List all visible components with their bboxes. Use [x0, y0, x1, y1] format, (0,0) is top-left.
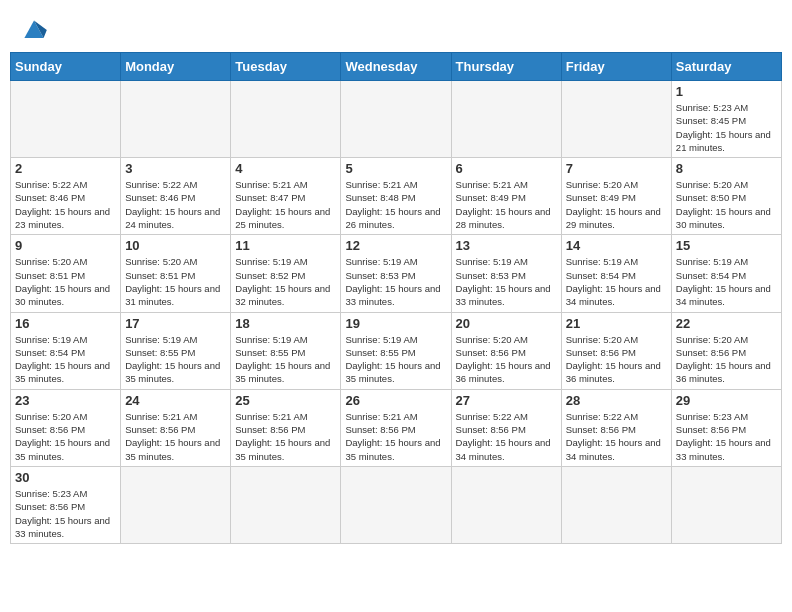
calendar-day-cell: 2Sunrise: 5:22 AM Sunset: 8:46 PM Daylig… [11, 158, 121, 235]
day-info: Sunrise: 5:19 AM Sunset: 8:55 PM Dayligh… [345, 333, 446, 386]
day-info: Sunrise: 5:21 AM Sunset: 8:49 PM Dayligh… [456, 178, 557, 231]
day-info: Sunrise: 5:21 AM Sunset: 8:56 PM Dayligh… [345, 410, 446, 463]
day-info: Sunrise: 5:22 AM Sunset: 8:56 PM Dayligh… [566, 410, 667, 463]
calendar-week-row: 2Sunrise: 5:22 AM Sunset: 8:46 PM Daylig… [11, 158, 782, 235]
logo [16, 14, 50, 42]
calendar-week-row: 9Sunrise: 5:20 AM Sunset: 8:51 PM Daylig… [11, 235, 782, 312]
day-of-week-header: Friday [561, 53, 671, 81]
calendar-day-cell: 28Sunrise: 5:22 AM Sunset: 8:56 PM Dayli… [561, 389, 671, 466]
day-number: 15 [676, 238, 777, 253]
page-header [10, 10, 782, 46]
calendar-day-cell: 22Sunrise: 5:20 AM Sunset: 8:56 PM Dayli… [671, 312, 781, 389]
calendar-week-row: 1Sunrise: 5:23 AM Sunset: 8:45 PM Daylig… [11, 81, 782, 158]
day-number: 3 [125, 161, 226, 176]
day-info: Sunrise: 5:23 AM Sunset: 8:56 PM Dayligh… [676, 410, 777, 463]
calendar-day-cell: 20Sunrise: 5:20 AM Sunset: 8:56 PM Dayli… [451, 312, 561, 389]
day-info: Sunrise: 5:19 AM Sunset: 8:54 PM Dayligh… [676, 255, 777, 308]
calendar-day-cell [121, 81, 231, 158]
day-number: 24 [125, 393, 226, 408]
day-info: Sunrise: 5:20 AM Sunset: 8:56 PM Dayligh… [676, 333, 777, 386]
calendar-day-cell: 12Sunrise: 5:19 AM Sunset: 8:53 PM Dayli… [341, 235, 451, 312]
day-info: Sunrise: 5:22 AM Sunset: 8:56 PM Dayligh… [456, 410, 557, 463]
calendar-day-cell: 23Sunrise: 5:20 AM Sunset: 8:56 PM Dayli… [11, 389, 121, 466]
day-number: 11 [235, 238, 336, 253]
calendar-day-cell [451, 81, 561, 158]
calendar-day-cell: 9Sunrise: 5:20 AM Sunset: 8:51 PM Daylig… [11, 235, 121, 312]
day-number: 14 [566, 238, 667, 253]
day-number: 30 [15, 470, 116, 485]
day-info: Sunrise: 5:23 AM Sunset: 8:56 PM Dayligh… [15, 487, 116, 540]
day-info: Sunrise: 5:20 AM Sunset: 8:56 PM Dayligh… [566, 333, 667, 386]
calendar-day-cell: 4Sunrise: 5:21 AM Sunset: 8:47 PM Daylig… [231, 158, 341, 235]
day-of-week-header: Wednesday [341, 53, 451, 81]
day-number: 20 [456, 316, 557, 331]
day-number: 22 [676, 316, 777, 331]
calendar-day-cell [451, 466, 561, 543]
calendar-day-cell [671, 466, 781, 543]
day-info: Sunrise: 5:19 AM Sunset: 8:55 PM Dayligh… [235, 333, 336, 386]
day-info: Sunrise: 5:22 AM Sunset: 8:46 PM Dayligh… [125, 178, 226, 231]
calendar-header-row: SundayMondayTuesdayWednesdayThursdayFrid… [11, 53, 782, 81]
day-info: Sunrise: 5:20 AM Sunset: 8:49 PM Dayligh… [566, 178, 667, 231]
calendar-week-row: 23Sunrise: 5:20 AM Sunset: 8:56 PM Dayli… [11, 389, 782, 466]
calendar-day-cell: 24Sunrise: 5:21 AM Sunset: 8:56 PM Dayli… [121, 389, 231, 466]
day-info: Sunrise: 5:19 AM Sunset: 8:55 PM Dayligh… [125, 333, 226, 386]
calendar-day-cell: 21Sunrise: 5:20 AM Sunset: 8:56 PM Dayli… [561, 312, 671, 389]
day-number: 5 [345, 161, 446, 176]
day-number: 9 [15, 238, 116, 253]
day-of-week-header: Saturday [671, 53, 781, 81]
day-number: 28 [566, 393, 667, 408]
day-number: 12 [345, 238, 446, 253]
calendar-day-cell [561, 466, 671, 543]
day-number: 10 [125, 238, 226, 253]
day-number: 21 [566, 316, 667, 331]
day-number: 29 [676, 393, 777, 408]
calendar-day-cell [231, 81, 341, 158]
calendar-day-cell: 11Sunrise: 5:19 AM Sunset: 8:52 PM Dayli… [231, 235, 341, 312]
calendar-day-cell: 14Sunrise: 5:19 AM Sunset: 8:54 PM Dayli… [561, 235, 671, 312]
day-number: 8 [676, 161, 777, 176]
calendar-day-cell [341, 466, 451, 543]
calendar-day-cell: 26Sunrise: 5:21 AM Sunset: 8:56 PM Dayli… [341, 389, 451, 466]
calendar-table: SundayMondayTuesdayWednesdayThursdayFrid… [10, 52, 782, 544]
day-number: 7 [566, 161, 667, 176]
calendar-day-cell [341, 81, 451, 158]
day-info: Sunrise: 5:20 AM Sunset: 8:51 PM Dayligh… [15, 255, 116, 308]
day-number: 23 [15, 393, 116, 408]
day-info: Sunrise: 5:22 AM Sunset: 8:46 PM Dayligh… [15, 178, 116, 231]
day-number: 18 [235, 316, 336, 331]
calendar-day-cell [231, 466, 341, 543]
day-number: 17 [125, 316, 226, 331]
calendar-day-cell: 29Sunrise: 5:23 AM Sunset: 8:56 PM Dayli… [671, 389, 781, 466]
logo-text [16, 14, 50, 42]
calendar-day-cell: 7Sunrise: 5:20 AM Sunset: 8:49 PM Daylig… [561, 158, 671, 235]
calendar-day-cell: 5Sunrise: 5:21 AM Sunset: 8:48 PM Daylig… [341, 158, 451, 235]
day-of-week-header: Tuesday [231, 53, 341, 81]
day-info: Sunrise: 5:19 AM Sunset: 8:54 PM Dayligh… [566, 255, 667, 308]
day-info: Sunrise: 5:19 AM Sunset: 8:53 PM Dayligh… [456, 255, 557, 308]
calendar-day-cell [121, 466, 231, 543]
calendar-day-cell: 16Sunrise: 5:19 AM Sunset: 8:54 PM Dayli… [11, 312, 121, 389]
calendar-day-cell: 17Sunrise: 5:19 AM Sunset: 8:55 PM Dayli… [121, 312, 231, 389]
calendar-day-cell: 25Sunrise: 5:21 AM Sunset: 8:56 PM Dayli… [231, 389, 341, 466]
logo-triangle-icon [18, 14, 50, 42]
day-number: 6 [456, 161, 557, 176]
day-info: Sunrise: 5:20 AM Sunset: 8:56 PM Dayligh… [15, 410, 116, 463]
calendar-week-row: 30Sunrise: 5:23 AM Sunset: 8:56 PM Dayli… [11, 466, 782, 543]
calendar-day-cell: 18Sunrise: 5:19 AM Sunset: 8:55 PM Dayli… [231, 312, 341, 389]
day-info: Sunrise: 5:21 AM Sunset: 8:56 PM Dayligh… [235, 410, 336, 463]
calendar-day-cell: 15Sunrise: 5:19 AM Sunset: 8:54 PM Dayli… [671, 235, 781, 312]
day-number: 16 [15, 316, 116, 331]
day-info: Sunrise: 5:23 AM Sunset: 8:45 PM Dayligh… [676, 101, 777, 154]
calendar-day-cell: 19Sunrise: 5:19 AM Sunset: 8:55 PM Dayli… [341, 312, 451, 389]
day-info: Sunrise: 5:20 AM Sunset: 8:56 PM Dayligh… [456, 333, 557, 386]
calendar-day-cell [561, 81, 671, 158]
calendar-day-cell: 10Sunrise: 5:20 AM Sunset: 8:51 PM Dayli… [121, 235, 231, 312]
calendar-day-cell: 6Sunrise: 5:21 AM Sunset: 8:49 PM Daylig… [451, 158, 561, 235]
calendar-week-row: 16Sunrise: 5:19 AM Sunset: 8:54 PM Dayli… [11, 312, 782, 389]
day-of-week-header: Monday [121, 53, 231, 81]
day-info: Sunrise: 5:21 AM Sunset: 8:47 PM Dayligh… [235, 178, 336, 231]
calendar-day-cell: 13Sunrise: 5:19 AM Sunset: 8:53 PM Dayli… [451, 235, 561, 312]
calendar-day-cell: 8Sunrise: 5:20 AM Sunset: 8:50 PM Daylig… [671, 158, 781, 235]
calendar-day-cell: 27Sunrise: 5:22 AM Sunset: 8:56 PM Dayli… [451, 389, 561, 466]
